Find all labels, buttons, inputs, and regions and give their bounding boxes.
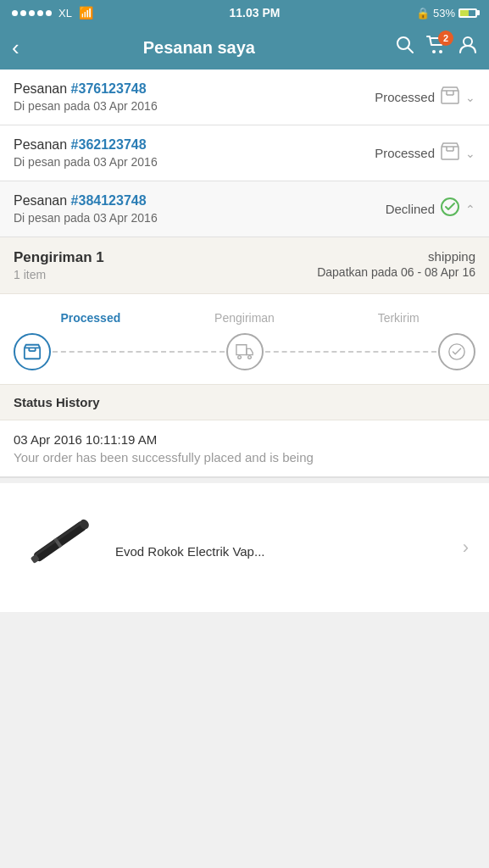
order-id-2: #362123748 [71, 137, 147, 152]
step-label-terkirim: Terkirim [321, 311, 475, 325]
order-date-2: Di pesan pada 03 Apr 2016 [14, 155, 375, 169]
product-row[interactable]: Evod Rokok Electrik Vap... › [0, 483, 489, 612]
svg-rect-25 [35, 522, 82, 556]
order-id-1: #376123748 [71, 81, 147, 96]
cart-button[interactable]: 2 [426, 36, 447, 59]
chevron-down-1[interactable]: ⌄ [465, 91, 475, 104]
product-name-area: Evod Rokok Electrik Vap... [115, 537, 456, 559]
order-right-2: Processed ⌄ [375, 141, 475, 165]
lock-icon: 🔒 [416, 7, 430, 19]
dot2 [20, 10, 26, 16]
order-date-3: Di pesan pada 03 Apr 2016 [14, 211, 386, 225]
dot1 [12, 10, 18, 16]
svg-point-18 [237, 356, 241, 359]
shipment-type: shipping [317, 249, 475, 264]
order-item-3[interactable]: Pesanan #384123748 Di pesan pada 03 Apr … [0, 181, 489, 237]
order-id-3: #384123748 [71, 193, 147, 208]
shipment-items: 1 item [14, 268, 104, 281]
svg-point-4 [464, 37, 472, 46]
status-history-header: Status History [0, 384, 489, 420]
status-history-title: Status History [14, 395, 100, 409]
search-button[interactable] [396, 36, 414, 59]
page-title: Pesanan saya [3, 38, 396, 58]
product-name: Evod Rokok Electrik Vap... [115, 544, 456, 559]
dot3 [29, 10, 35, 16]
carrier-label: XL [58, 7, 72, 19]
svg-point-2 [432, 50, 436, 53]
svg-point-3 [439, 50, 442, 53]
chevron-up-3[interactable]: ⌃ [465, 203, 475, 216]
progress-tracker: Processed Pengiriman Terkirim [0, 294, 489, 384]
product-svg [18, 501, 111, 594]
status-history-entry-1: 03 Apr 2016 10:11:19 AM Your order has b… [0, 420, 489, 477]
shipment-right: shipping Dapatkan pada 06 - 08 Apr 16 [317, 249, 475, 279]
order-right-1: Processed ⌄ [375, 85, 475, 109]
order-title-2: Pesanan #362123748 [14, 137, 375, 153]
order-prefix-2: Pesanan [14, 137, 71, 152]
order-prefix-1: Pesanan [14, 81, 71, 96]
check-circle-icon [440, 197, 460, 221]
order-left-3: Pesanan #384123748 Di pesan pada 03 Apr … [14, 193, 386, 225]
product-chevron-icon[interactable]: › [456, 530, 475, 565]
status-time: 11.03 PM [229, 6, 280, 19]
shipment-title: Pengiriman 1 [14, 249, 104, 266]
box-icon-2 [440, 141, 460, 165]
battery-fill [460, 10, 469, 16]
order-item-2[interactable]: Pesanan #362123748 Di pesan pada 03 Apr … [0, 125, 489, 181]
content-area: Pesanan #376123748 Di pesan pada 03 Apr … [0, 70, 489, 612]
dot4 [37, 10, 43, 16]
shipment-header: Pengiriman 1 1 item shipping Dapatkan pa… [0, 237, 489, 294]
battery-area: 🔒 53% [416, 7, 477, 19]
order-status-2: Processed [375, 146, 435, 160]
step-label-pengiriman: Pengiriman [168, 311, 322, 325]
svg-line-1 [408, 47, 413, 53]
nav-bar: ‹ Pesanan saya 2 [0, 25, 489, 70]
dot5 [46, 10, 52, 16]
order-item-1[interactable]: Pesanan #376123748 Di pesan pada 03 Apr … [0, 70, 489, 125]
wifi-icon: 📶 [79, 6, 93, 19]
order-detail-3: Pengiriman 1 1 item shipping Dapatkan pa… [0, 237, 489, 478]
status-bar: XL 📶 11.03 PM 🔒 53% [0, 0, 489, 25]
order-right-3: Declined ⌃ [386, 197, 475, 221]
order-title-3: Pesanan #384123748 [14, 193, 386, 209]
order-date-1: Di pesan pada 03 Apr 2016 [14, 99, 375, 113]
svg-point-19 [247, 356, 251, 359]
nav-icons: 2 [396, 36, 477, 59]
svg-rect-9 [442, 147, 458, 159]
box-icon-1 [440, 85, 460, 109]
signal-area: XL 📶 [12, 6, 93, 19]
battery-icon [458, 8, 477, 18]
history-timestamp-1: 03 Apr 2016 10:11:19 AM [14, 432, 475, 447]
order-title-1: Pesanan #376123748 [14, 81, 375, 97]
step-icon-processed [14, 333, 51, 370]
product-image [14, 497, 115, 598]
cart-badge: 2 [438, 31, 453, 46]
step-line-1 [53, 351, 225, 353]
step-line-2 [265, 351, 437, 353]
step-label-processed: Processed [14, 311, 168, 325]
order-status-3: Declined [386, 202, 435, 216]
shipment-date: Dapatkan pada 06 - 08 Apr 16 [317, 265, 475, 279]
step-icons [14, 333, 475, 370]
svg-rect-5 [442, 91, 458, 103]
order-status-1: Processed [375, 90, 435, 104]
order-left-2: Pesanan #362123748 Di pesan pada 03 Apr … [14, 137, 375, 169]
battery-percent: 53% [433, 7, 455, 19]
svg-rect-21 [33, 520, 87, 563]
chevron-down-2[interactable]: ⌄ [465, 147, 475, 160]
shipment-left: Pengiriman 1 1 item [14, 249, 104, 281]
profile-button[interactable] [458, 36, 477, 59]
step-icon-pengiriman [226, 333, 264, 370]
signal-dots [12, 10, 52, 16]
step-icon-terkirim [438, 333, 475, 370]
svg-rect-14 [25, 348, 40, 359]
order-left-1: Pesanan #376123748 Di pesan pada 03 Apr … [14, 81, 375, 113]
history-text-1: Your order has been successfully placed … [14, 450, 475, 465]
order-prefix-3: Pesanan [14, 193, 71, 208]
product-section: Evod Rokok Electrik Vap... › [0, 478, 489, 612]
step-labels: Processed Pengiriman Terkirim [14, 311, 475, 325]
